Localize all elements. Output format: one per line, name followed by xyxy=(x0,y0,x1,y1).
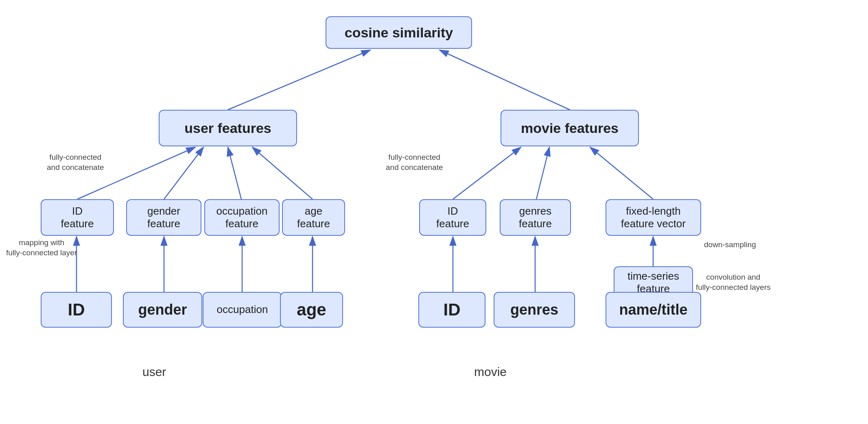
fixed-length-node: fixed-length feature vector xyxy=(606,199,701,236)
movie-group-label: movie xyxy=(474,364,507,380)
user-id-node: ID xyxy=(41,292,112,328)
down-sampling-label: down-sampling xyxy=(704,240,756,250)
convolution-label: convolution andfully-connected layers xyxy=(696,272,771,292)
gender-node: gender xyxy=(123,292,202,328)
age-feature-node: age feature xyxy=(282,199,345,236)
svg-line-1 xyxy=(228,50,370,110)
genres-node: genres xyxy=(494,292,575,328)
svg-line-7 xyxy=(453,147,521,199)
name-title-node: name/title xyxy=(606,292,701,328)
occupation-feature-node: occupation feature xyxy=(204,199,280,236)
user-id-feature-node: ID feature xyxy=(41,199,114,236)
svg-line-8 xyxy=(536,147,549,199)
svg-line-4 xyxy=(164,147,203,199)
svg-line-9 xyxy=(590,147,653,199)
movie-features-node: movie features xyxy=(501,110,639,146)
diagram: cosine similarity user features movie fe… xyxy=(0,0,868,424)
gender-feature-node: gender feature xyxy=(126,199,201,236)
fully-connected-movie-label: fully-connectedand concatenate xyxy=(386,152,443,172)
svg-line-2 xyxy=(439,50,570,110)
mapping-fc-label: mapping withfully-connected layer xyxy=(6,238,77,258)
movie-id-feature-node: ID feature xyxy=(419,199,486,236)
movie-id-node: ID xyxy=(418,292,485,328)
age-node: age xyxy=(280,292,343,328)
occupation-node: occupation xyxy=(203,292,282,328)
svg-line-5 xyxy=(228,147,241,199)
svg-line-6 xyxy=(252,147,313,199)
genres-feature-node: genres feature xyxy=(500,199,571,236)
cosine-similarity-node: cosine similarity xyxy=(326,16,472,49)
user-group-label: user xyxy=(142,364,166,380)
user-features-node: user features xyxy=(159,110,297,146)
fully-connected-user-label: fully-connectedand concatenate xyxy=(47,152,104,172)
